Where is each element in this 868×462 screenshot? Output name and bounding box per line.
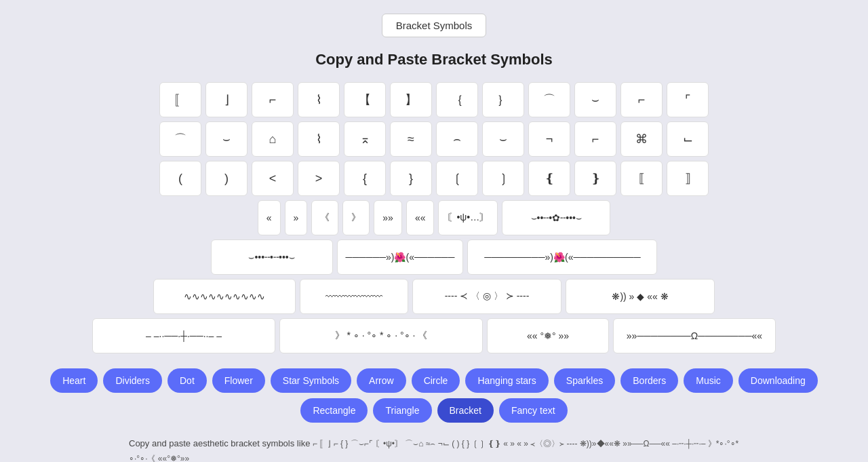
symbol-cell-wide[interactable]: »» [374,200,402,235]
symbol-cell[interactable]: 】 [390,82,432,117]
nav-dividers[interactable]: Dividers [103,368,162,393]
symbol-cell-wide[interactable]: ---- ≺ 〈 ◎ 〉 ≻ ---- [412,279,561,314]
symbol-cell[interactable]: ⌣ [205,121,248,157]
nav-arrow[interactable]: Arrow [357,368,406,393]
nav-heart[interactable]: Heart [50,368,98,393]
symbol-cell[interactable]: ⌐ [252,82,294,117]
symbol-row-2: ⌒ ⌣ ⌂ ⌇ ⌅ ≈ ⌢ ⌣ ¬ ⌐ ⌘ ⌙ [159,121,709,157]
symbol-cell[interactable]: 〚 [159,82,201,117]
symbol-row-1: 〚 ⌋ ⌐ ⌇ 【 】 ｛ ｝ ⌒ ⌣ ⌐ ⌜ [159,82,709,117]
nav-sparkles[interactable]: Sparkles [554,368,615,393]
symbol-cell[interactable]: ⌣ [482,121,524,157]
symbol-cell-wide[interactable]: ∿∿∿∿∿∿∿∿∿∿ [153,279,296,314]
symbol-cell-wide[interactable]: «« °❅° »» [487,318,609,353]
nav-buttons: Heart Dividers Dot Flower Star Symbols A… [41,368,827,423]
symbol-cell[interactable]: ⌒ [159,121,201,157]
symbol-cell[interactable]: ⌒ [528,82,570,117]
nav-dot[interactable]: Dot [167,368,207,393]
description-text: Copy and paste aesthetic bracket symbols… [129,436,739,462]
symbol-cell[interactable]: } [390,161,432,196]
symbol-cell[interactable]: ⟧ [667,161,709,196]
nav-downloading[interactable]: Downloading [738,368,818,393]
symbol-cell-wide[interactable]: 》 * ∘ · °∘ * ∘ · °∘ · 《 [279,318,483,353]
symbol-cell-wide[interactable]: 《 [311,200,338,235]
symbol-cell[interactable]: ¬ [528,121,570,157]
symbol-cell[interactable]: ⌢ [436,121,478,157]
nav-flower[interactable]: Flower [212,368,265,393]
nav-borders[interactable]: Borders [620,368,678,393]
symbol-cell[interactable]: ❵ [574,161,616,196]
symbol-cell[interactable]: ⌅ [344,121,386,157]
symbol-row-arrows: « » 《 》 »» «« 〘•ψ•…〙 ⌣••╌•✿╌•••⌣ [258,200,611,235]
symbol-cell-wide[interactable]: » [285,200,308,235]
symbol-cell-wide[interactable]: « [258,200,281,235]
symbol-cell-wide[interactable]: »»────────Ω────────«« [613,318,776,353]
symbol-cell-wide[interactable]: 〘•ψ•…〙 [438,200,498,235]
main-heading: Copy and Paste Bracket Symbols [315,51,553,69]
symbol-row-dividers1: ⌣•••╌•╌•••⌣ ──────»)🌺(«────── ─────────»… [211,239,658,275]
desc-intro: Copy and paste aesthetic bracket symbols… [129,438,310,448]
symbol-cell[interactable]: ⟦ [620,161,663,196]
symbol-cell[interactable]: ⌇ [298,121,340,157]
nav-hanging-stars[interactable]: Hanging stars [465,368,548,393]
symbol-cell[interactable]: ⌂ [252,121,294,157]
symbol-cell[interactable]: ⌋ [205,82,248,117]
nav-fancy-text[interactable]: Fancy text [499,398,568,423]
nav-bracket[interactable]: Bracket [437,398,494,423]
symbol-cell[interactable]: ⌘ [620,121,663,157]
symbol-cell[interactable]: ≈ [390,121,432,157]
symbol-cell[interactable]: ｛ [436,82,478,117]
symbol-cell-wide[interactable]: ⌣•••╌•╌•••⌣ [211,239,333,275]
symbol-cell[interactable]: ❴ [528,161,570,196]
symbol-cell[interactable]: ⌙ [667,121,709,157]
symbol-cell-wide[interactable]: – –··──·┼·──··– – [92,318,275,353]
symbol-cell[interactable]: ❲ [436,161,478,196]
symbol-row-dividers3: – –··──·┼·──··– – 》 * ∘ · °∘ * ∘ · °∘ · … [92,318,776,353]
symbol-cell[interactable]: < [252,161,294,196]
symbol-cell[interactable]: ) [205,161,248,196]
symbol-cell[interactable]: ⌐ [620,82,663,117]
symbol-cell[interactable]: ⌇ [298,82,340,117]
symbol-cell[interactable]: ❳ [482,161,524,196]
nav-circle[interactable]: Circle [412,368,460,393]
symbol-cell[interactable]: > [298,161,340,196]
symbol-cell-wide[interactable]: ❋)) » ◆ «« ❋ [566,279,715,314]
symbol-cell-wide[interactable]: ─────────»)🌺(«────────── [467,239,657,275]
symbol-cell[interactable]: ( [159,161,201,196]
title-button[interactable]: Bracket Symbols [382,14,487,37]
symbol-cell[interactable]: ⌜ [667,82,709,117]
symbol-cell-wide[interactable]: 》 [342,200,370,235]
symbol-cell-wide[interactable]: ──────»)🌺(«────── [337,239,464,275]
symbol-cell[interactable]: { [344,161,386,196]
nav-music[interactable]: Music [684,368,733,393]
symbol-cell[interactable]: ⌐ [574,121,616,157]
symbol-cell-wide[interactable]: ⌣••╌•✿╌•••⌣ [502,200,610,235]
symbol-row-3: ( ) < > { } ❲ ❳ ❴ ❵ ⟦ ⟧ [159,161,709,196]
nav-rectangle[interactable]: Rectangle [300,398,368,423]
symbol-cell[interactable]: 【 [344,82,386,117]
symbol-cell[interactable]: ⌣ [574,82,616,117]
symbol-cell-wide[interactable]: «« [406,200,435,235]
nav-star-symbols[interactable]: Star Symbols [271,368,351,393]
symbol-cell-wide[interactable]: 〰〰〰〰〰〰 [300,279,408,314]
symbol-cell[interactable]: ｝ [482,82,524,117]
nav-triangle[interactable]: Triangle [373,398,431,423]
symbol-row-dividers2: ∿∿∿∿∿∿∿∿∿∿ 〰〰〰〰〰〰 ---- ≺ 〈 ◎ 〉 ≻ ---- ❋)… [153,279,715,314]
